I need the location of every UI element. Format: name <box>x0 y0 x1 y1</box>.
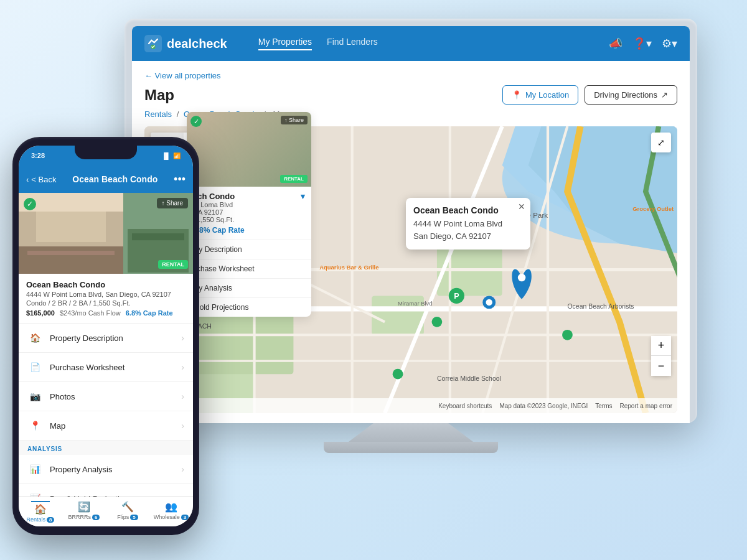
nav-find-lenders[interactable]: Find Lenders <box>327 37 378 50</box>
signal-icon: 📶 <box>173 152 181 159</box>
svg-text:Ocean Beach Arborists: Ocean Beach Arborists <box>567 303 634 310</box>
phone-nav-title: Ocean Beach Condo <box>61 174 169 184</box>
desktop-card-menu-item-4[interactable]: Hold Projections <box>187 298 311 317</box>
my-location-button[interactable]: 📍 My Location <box>502 85 578 105</box>
phone-status-icons: ▐▌ 📶 <box>162 152 181 159</box>
desktop-card-addr1: nt Loma Blvd <box>193 201 305 208</box>
phone-back-button[interactable]: ‹ < Back <box>26 175 56 184</box>
svg-rect-40 <box>132 233 184 240</box>
info-window-close[interactable]: ✕ <box>518 202 525 212</box>
map-zoom-controls: + − <box>651 336 671 376</box>
phone-cash-flow: $243/mo Cash Flow <box>60 309 121 317</box>
dropdown-icon: ▾ <box>301 192 305 201</box>
phone-menu-purchase-worksheet[interactable]: 📄 Purchase Worksheet › <box>19 353 193 382</box>
flips-badge: 5 <box>130 515 138 520</box>
phone-menu-label: Map <box>50 421 181 431</box>
keyboard-shortcuts-link[interactable]: Keyboard shortcuts <box>438 403 492 409</box>
phone-nav-bar: ‹ < Back Ocean Beach Condo ••• <box>19 166 193 193</box>
desktop-card-image: ✓ ↑ Share RENTAL <box>187 112 311 187</box>
phone-menu-property-description[interactable]: 🏠 Property Description › <box>19 324 193 353</box>
chevron-right-icon: › <box>181 421 184 431</box>
phone-screen: 3:28 ▐▌ 📶 ‹ < Back Ocean Beach Condo ••• <box>19 146 193 526</box>
phone-notch <box>75 146 137 159</box>
phone-menu-label: Property Analysis <box>50 465 181 474</box>
desktop-card-menu-item-2[interactable]: rchase Worksheet <box>187 259 311 279</box>
settings-icon[interactable]: ⚙▾ <box>662 37 677 50</box>
desktop-card-menu-item-3[interactable]: rty Analysis <box>187 279 311 298</box>
brrrs-badge: 6 <box>92 515 100 520</box>
logo-area: dealcheck <box>144 35 227 52</box>
phone-price: $165,000 <box>26 309 55 317</box>
map-footer: Keyboard shortcuts Map data ©2023 Google… <box>144 398 677 413</box>
header-action-buttons: 📍 My Location Driving Directions ↗ <box>502 85 677 105</box>
phone-tab-rentals[interactable]: 🏠 Rentals 8 <box>19 497 62 526</box>
wifi-icon: ▐▌ <box>162 152 171 159</box>
desktop-card-info: ach Condo ▾ nt Loma Blvd CA 92107 / 1,55… <box>187 187 311 240</box>
phone-property-info: Ocean Beach Condo 4444 W Point Loma Blvd… <box>19 274 193 324</box>
map-fullscreen-button[interactable]: ⤢ <box>651 133 671 152</box>
phone-tab-label: Rentals <box>27 516 46 523</box>
chevron-right-icon: › <box>181 362 184 372</box>
phone-property-stats: $165,000 $243/mo Cash Flow 6.8% Cap Rate <box>26 309 186 317</box>
desktop-card-name: ach Condo ▾ <box>193 192 305 201</box>
phone-property-address: 4444 W Point Loma Blvd, San Diego, CA 92… <box>26 291 186 298</box>
svg-text:Miramar Blvd: Miramar Blvd <box>398 300 432 307</box>
svg-text:Grocery Outlet: Grocery Outlet <box>632 205 674 212</box>
phone-menu-buy-hold-projections[interactable]: 📈 Buy & Hold Projections › <box>19 484 193 497</box>
back-chevron-icon: ‹ <box>26 175 29 184</box>
help-icon[interactable]: ❓▾ <box>632 37 652 50</box>
zoom-out-button[interactable]: − <box>651 356 671 376</box>
chart-icon: 📊 <box>27 462 42 477</box>
phone-share-button[interactable]: ↑ Share <box>157 198 188 208</box>
document-icon: 📄 <box>27 360 42 375</box>
chevron-right-icon: › <box>181 333 184 343</box>
phone-menu-map[interactable]: 📍 Map › <box>19 411 193 441</box>
phone-cap-rate: 6.8% Cap Rate <box>126 309 173 317</box>
home-icon: 🏠 <box>27 330 42 345</box>
phone-more-button[interactable]: ••• <box>174 173 186 186</box>
breadcrumb-rentals[interactable]: Rentals <box>144 110 172 119</box>
monitor-base <box>324 442 498 453</box>
zoom-in-button[interactable]: + <box>651 336 671 356</box>
analysis-section-label: ANALYSIS <box>19 441 193 455</box>
app-name: dealcheck <box>167 37 227 51</box>
desktop-card-area: / 1,550 Sq.Ft. <box>193 216 305 223</box>
svg-rect-36 <box>36 212 106 242</box>
phone-tab-brrrs[interactable]: 🔄 BRRRRs 6 <box>62 497 106 526</box>
map-data-attribution: Map data ©2023 Google, INEGI <box>499 403 588 409</box>
svg-rect-35 <box>27 251 115 255</box>
info-window-address: 4444 W Point Loma Blvd San Diego, CA 921… <box>413 218 523 242</box>
monitor-stand <box>349 423 473 442</box>
desktop-card-cap-rate: 6.8% Cap Rate <box>193 226 305 235</box>
phone-menu-property-analysis[interactable]: 📊 Property Analysis › <box>19 455 193 484</box>
phone-rental-badge: RENTAL <box>158 260 188 269</box>
svg-point-25 <box>393 369 403 380</box>
back-to-properties-link[interactable]: ← View all properties <box>144 71 677 80</box>
svg-point-23 <box>432 317 443 327</box>
phone-frame: 3:28 ▐▌ 📶 ‹ < Back Ocean Beach Condo ••• <box>12 137 199 535</box>
phone-property-image: ✓ ↑ Share RENTAL <box>19 193 193 274</box>
nav-my-properties[interactable]: My Properties <box>258 37 312 50</box>
brrrs-tab-icon: 🔄 <box>78 501 90 513</box>
svg-point-24 <box>562 330 573 340</box>
report-error-link[interactable]: Report a map error <box>620 403 672 409</box>
wholesale-tab-icon: 👥 <box>165 501 177 513</box>
trending-up-icon: 📈 <box>27 491 42 497</box>
wholesale-badge: 3 <box>181 515 189 520</box>
phone-menu-label: Property Description <box>50 334 181 343</box>
phone-tab-flips[interactable]: 🔨 Flips 5 <box>106 497 149 526</box>
page-title: Map <box>144 86 174 104</box>
phone-tab-wholesale[interactable]: 👥 Wholesale 3 <box>149 497 193 526</box>
notification-icon[interactable]: 📣 <box>609 37 622 50</box>
desktop-card-share[interactable]: ↑ Share <box>281 116 308 124</box>
terms-link[interactable]: Terms <box>595 403 612 409</box>
driving-directions-button[interactable]: Driving Directions ↗ <box>585 85 677 105</box>
desktop-card-menu-item-1[interactable]: rty Description <box>187 240 311 259</box>
desktop-card-check: ✓ <box>190 116 202 127</box>
header-right: 📣 ❓▾ ⚙▾ <box>609 37 677 50</box>
phone-menu-photos[interactable]: 📷 Photos › <box>19 382 193 411</box>
external-link-icon: ↗ <box>661 90 668 100</box>
chevron-right-icon: › <box>181 391 184 401</box>
dealcheck-logo-icon <box>144 35 162 52</box>
desktop-card-menu: rty Description rchase Worksheet rty Ana… <box>187 240 311 317</box>
